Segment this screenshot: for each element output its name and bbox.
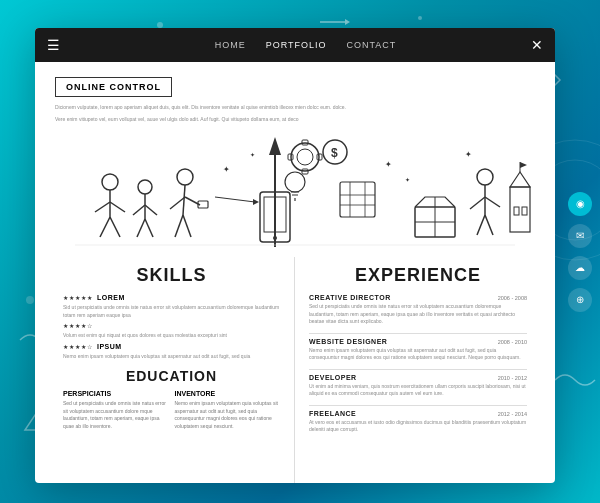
svg-text:✦: ✦ [250, 152, 255, 158]
svg-point-18 [138, 180, 152, 194]
skill-item-3: ★★★★☆ IPSUM [63, 343, 280, 350]
skill-item-2: ★★★★☆ [63, 322, 280, 329]
svg-line-22 [137, 219, 145, 237]
nav-portfolio[interactable]: PORTFOLIO [266, 40, 327, 50]
svg-line-25 [183, 185, 185, 215]
skill-desc-1: Sid ut perspiciatis unde omnis iste natu… [63, 304, 280, 319]
svg-line-26 [170, 197, 185, 209]
svg-rect-66 [522, 207, 527, 215]
skill-stars-1: ★★★★★ [63, 294, 93, 301]
edu-col-1: PERSPICIATIS Sed ut perspiciatis unde om… [63, 390, 169, 430]
exp-item-1: CREATIVE DIRECTOR 2006 - 2008 Sed ut per… [309, 294, 527, 326]
hamburger-icon[interactable]: ☰ [47, 37, 60, 53]
exp-date-4: 2012 - 2014 [498, 411, 527, 417]
skill-desc-3: Nemo enim ipsam voluptatem quia voluptas… [63, 353, 280, 361]
svg-point-37 [297, 149, 313, 165]
skill-stars-3: ★★★★☆ [63, 343, 93, 350]
svg-rect-48 [340, 182, 375, 217]
svg-line-29 [175, 215, 183, 237]
browser-nav: ☰ HOME PORTFOLIO CONTACT ✕ [35, 28, 555, 62]
svg-text:✦: ✦ [465, 150, 472, 159]
skills-list: ★★★★★ LOREM Sid ut perspiciatis unde omn… [63, 294, 280, 360]
svg-line-17 [110, 217, 120, 237]
exp-desc-4: At vero eos et accusamus et iusto odio d… [309, 419, 527, 434]
svg-marker-32 [269, 137, 281, 155]
svg-point-44 [285, 172, 305, 192]
mail-icon-btn[interactable]: ✉ [568, 224, 592, 248]
svg-line-20 [133, 205, 145, 215]
exp-title-1: CREATIVE DIRECTOR [309, 294, 391, 301]
edu-col-title-2: INVENTORE [175, 390, 281, 397]
exp-title-3: DEVELOPER [309, 374, 357, 381]
nav-home[interactable]: HOME [215, 40, 246, 50]
svg-text:$: $ [331, 146, 338, 160]
svg-line-30 [183, 215, 191, 237]
browser-window: ☰ HOME PORTFOLIO CONTACT ✕ ONLINE CoNTRO… [35, 28, 555, 483]
skill-name-3: IPSUM [97, 343, 122, 350]
edu-col-title-1: PERSPICIATIS [63, 390, 169, 397]
svg-point-57 [477, 169, 493, 185]
exp-date-3: 2010 - 2012 [498, 375, 527, 381]
edu-col-text-2: Nemo enim ipsam voluptatem quia voluptas… [175, 400, 281, 430]
exp-desc-3: Ut enim ad minima veniam, quis nostrum e… [309, 383, 527, 398]
svg-line-62 [485, 215, 493, 235]
svg-line-61 [477, 215, 485, 235]
nav-contact[interactable]: CONTACT [347, 40, 397, 50]
svg-point-3 [418, 16, 422, 20]
skill-name-1: LOREM [97, 294, 125, 301]
resume-section: SKILLS ★★★★★ LOREM Sid ut perspiciatis u… [55, 257, 535, 483]
exp-item-3: DEVELOPER 2010 - 2012 Ut enim ad minima … [309, 374, 527, 398]
svg-line-16 [100, 217, 110, 237]
svg-marker-8 [345, 19, 350, 25]
svg-line-21 [145, 205, 157, 215]
svg-line-59 [470, 197, 485, 209]
exp-item-4: FREELANCE 2012 - 2014 At vero eos et acc… [309, 410, 527, 434]
svg-line-14 [95, 202, 110, 212]
exp-desc-1: Sed ut perspiciatis unde omnis iste natu… [309, 303, 527, 326]
svg-point-12 [102, 174, 118, 190]
edu-col-text-1: Sed ut perspiciatis unde omnis iste natu… [63, 400, 169, 430]
close-icon[interactable]: ✕ [531, 37, 543, 53]
svg-point-35 [273, 236, 277, 240]
plus-icon-btn[interactable]: ⊕ [568, 288, 592, 312]
exp-item-2: WEBSITE DESIGNER 2008 - 2010 Nemo enim i… [309, 338, 527, 362]
svg-text:✦: ✦ [385, 160, 392, 169]
svg-marker-64 [510, 172, 530, 187]
intro-text-1: Dicionem vulputate, lorem apo aperiam al… [55, 103, 535, 111]
svg-point-4 [26, 296, 34, 304]
resume-right: EXPERIENCE CREATIVE DIRECTOR 2006 - 2008… [295, 257, 535, 483]
svg-point-36 [291, 143, 319, 171]
svg-line-15 [110, 202, 125, 212]
wifi-icon-btn[interactable]: ◉ [568, 192, 592, 216]
experience-title: EXPERIENCE [309, 265, 527, 286]
browser-content: ONLINE CoNTROL Dicionem vulputate, lorem… [35, 62, 555, 483]
education-title: EDUCATION [63, 368, 280, 384]
skill-item-1: ★★★★★ LOREM [63, 294, 280, 301]
nav-links: HOME PORTFOLIO CONTACT [80, 40, 531, 50]
svg-text:✦: ✦ [405, 177, 410, 183]
svg-line-74 [215, 197, 255, 202]
intro-text-2: Vere enim vitiupeto vel, eum vollupat ve… [55, 115, 535, 123]
svg-point-24 [177, 169, 193, 185]
skill-desc-2: Volum est enim qui niquat et quos dolore… [63, 332, 280, 340]
online-control-button[interactable]: ONLINE CoNTROL [55, 77, 172, 97]
skill-stars-2: ★★★★☆ [63, 322, 93, 329]
education-cols: PERSPICIATIS Sed ut perspiciatis unde om… [63, 390, 280, 430]
svg-marker-75 [253, 199, 259, 205]
cloud-icon-btn[interactable]: ☁ [568, 256, 592, 280]
exp-date-1: 2006 - 2008 [498, 295, 527, 301]
svg-text:✦: ✦ [223, 165, 230, 174]
edu-col-2: INVENTORE Nemo enim ipsam voluptatem qui… [175, 390, 281, 430]
svg-marker-68 [520, 162, 527, 168]
exp-title-4: FREELANCE [309, 410, 356, 417]
exp-date-2: 2008 - 2010 [498, 339, 527, 345]
exp-desc-2: Nemo enim ipsam voluptatem quia voluptas… [309, 347, 527, 362]
svg-rect-65 [514, 207, 519, 215]
exp-title-2: WEBSITE DESIGNER [309, 338, 387, 345]
svg-line-23 [145, 219, 153, 237]
skills-title: SKILLS [63, 265, 280, 286]
svg-line-60 [485, 197, 500, 207]
resume-left: SKILLS ★★★★★ LOREM Sid ut perspiciatis u… [55, 257, 295, 483]
illustration: $ [55, 127, 535, 257]
sidebar-icons: ◉ ✉ ☁ ⊕ [568, 192, 592, 312]
